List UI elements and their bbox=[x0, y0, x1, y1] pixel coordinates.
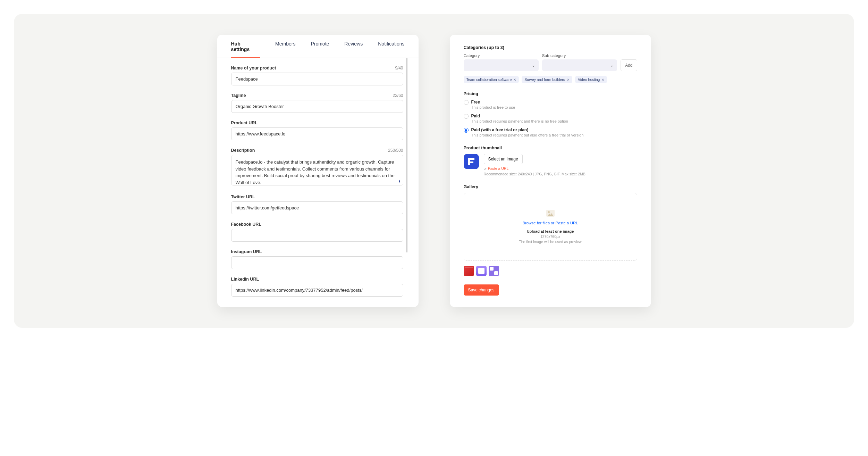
tabs-bar: Hub settings Members Promote Reviews Not… bbox=[217, 35, 419, 58]
loading-spinner-icon bbox=[396, 179, 400, 183]
pricing-option-free[interactable]: Free This product is free to use bbox=[464, 100, 637, 109]
pricing-label: Paid (with a free trial or plan) bbox=[471, 127, 584, 132]
categories-heading: Categories (up to 3) bbox=[464, 45, 637, 50]
tab-reviews[interactable]: Reviews bbox=[344, 41, 363, 58]
gallery-thumbnails bbox=[464, 266, 637, 276]
facebook-url-label: Facebook URL bbox=[231, 222, 262, 227]
add-category-button[interactable]: Add bbox=[621, 59, 637, 71]
tab-promote[interactable]: Promote bbox=[311, 41, 329, 58]
tab-hub-settings[interactable]: Hub settings bbox=[231, 41, 260, 58]
gallery-thumb[interactable] bbox=[476, 266, 487, 276]
description-label: Description bbox=[231, 148, 255, 153]
form-scrollbar[interactable] bbox=[406, 58, 407, 252]
chip-remove-icon[interactable]: ✕ bbox=[601, 78, 604, 82]
browse-files-link[interactable]: Browse for files or Paste a URL bbox=[471, 221, 630, 225]
instagram-url-input[interactable] bbox=[231, 256, 403, 269]
paste-url-link[interactable]: Paste a URL bbox=[488, 166, 509, 171]
radio-icon bbox=[464, 114, 469, 119]
pricing-heading: Pricing bbox=[464, 91, 637, 96]
facebook-url-input[interactable] bbox=[231, 229, 403, 242]
chip-remove-icon[interactable]: ✕ bbox=[513, 78, 516, 82]
product-url-label: Product URL bbox=[231, 121, 258, 125]
twitter-url-label: Twitter URL bbox=[231, 194, 255, 199]
categories-pricing-panel: Categories (up to 3) Category ⌄ Sub-cate… bbox=[450, 35, 651, 307]
tab-members[interactable]: Members bbox=[275, 41, 295, 58]
pricing-desc: This product requires payment and there … bbox=[471, 119, 568, 123]
pricing-desc: This product requires payment but also o… bbox=[471, 133, 584, 137]
hub-settings-panel: Hub settings Members Promote Reviews Not… bbox=[217, 35, 419, 307]
twitter-url-input[interactable] bbox=[231, 201, 403, 214]
category-label: Category bbox=[464, 53, 539, 58]
gallery-drop-title: Upload at least one image bbox=[471, 229, 630, 233]
gallery-thumb[interactable] bbox=[489, 266, 499, 276]
radio-icon bbox=[464, 128, 469, 133]
radio-icon bbox=[464, 100, 469, 105]
subcategory-label: Sub-category bbox=[542, 53, 617, 58]
product-url-input[interactable] bbox=[231, 127, 403, 140]
product-name-input[interactable] bbox=[231, 73, 403, 85]
thumbnail-hint: Recommended size: 240x240 | JPG, PNG, GI… bbox=[484, 172, 585, 176]
pricing-option-paid[interactable]: Paid This product requires payment and t… bbox=[464, 114, 637, 123]
pricing-label: Free bbox=[471, 100, 515, 105]
pricing-option-paid-trial[interactable]: Paid (with a free trial or plan) This pr… bbox=[464, 127, 637, 137]
category-chip: Video hosting✕ bbox=[575, 76, 607, 83]
gallery-drop-size: 1270x760px bbox=[471, 234, 630, 239]
tagline-count: 22/60 bbox=[393, 93, 403, 98]
linkedin-url-input[interactable] bbox=[231, 284, 403, 297]
tagline-input[interactable] bbox=[231, 100, 403, 113]
category-chip: Team collaboration software✕ bbox=[464, 76, 519, 83]
save-changes-button[interactable]: Save changes bbox=[464, 284, 499, 296]
tagline-label: Tagline bbox=[231, 93, 246, 98]
pricing-desc: This product is free to use bbox=[471, 105, 515, 109]
tab-notifications[interactable]: Notifications bbox=[378, 41, 404, 58]
category-select[interactable]: ⌄ bbox=[464, 59, 539, 71]
gallery-heading: Gallery bbox=[464, 184, 637, 189]
chevron-down-icon: ⌄ bbox=[610, 63, 614, 68]
select-image-button[interactable]: Select an image bbox=[484, 154, 523, 164]
gallery-dropzone[interactable]: Browse for files or Paste a URL Upload a… bbox=[464, 193, 637, 261]
instagram-url-label: Instagram URL bbox=[231, 249, 262, 254]
chevron-down-icon: ⌄ bbox=[532, 63, 535, 68]
thumbnail-preview bbox=[464, 154, 479, 169]
product-name-label: Name of your product bbox=[231, 66, 276, 71]
subcategory-select[interactable]: ⌄ bbox=[542, 59, 617, 71]
thumbnail-heading: Product thumbnail bbox=[464, 146, 637, 150]
thumbnail-paste-row: or Paste a URL bbox=[484, 166, 585, 171]
outer-container: Hub settings Members Promote Reviews Not… bbox=[14, 14, 854, 328]
linkedin-url-label: LinkedIn URL bbox=[231, 277, 259, 282]
pricing-label: Paid bbox=[471, 114, 568, 118]
chip-remove-icon[interactable]: ✕ bbox=[567, 78, 570, 82]
description-count: 250/500 bbox=[388, 148, 403, 153]
category-chip: Survey and form builders✕ bbox=[522, 76, 572, 83]
gallery-drop-note: The first image will be used as preview bbox=[471, 240, 630, 244]
gallery-thumb[interactable] bbox=[464, 266, 474, 276]
image-placeholder-icon bbox=[546, 210, 555, 217]
description-textarea[interactable] bbox=[231, 155, 403, 185]
product-name-count: 9/40 bbox=[395, 66, 403, 71]
